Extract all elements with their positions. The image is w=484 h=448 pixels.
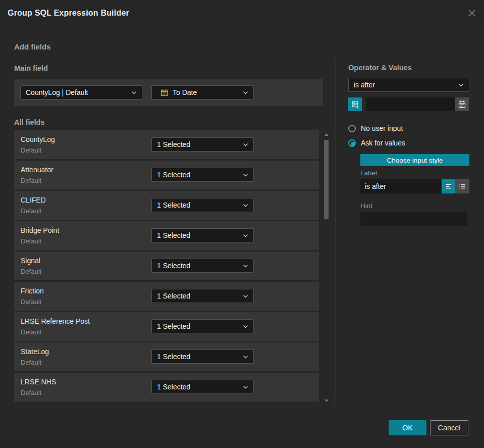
chevron-down-icon	[243, 355, 248, 359]
date-picker-button[interactable]	[455, 97, 469, 111]
scrollbar-thumb[interactable]	[324, 140, 329, 219]
dialog-header: Group SQL Expression Builder	[0, 0, 484, 26]
field-values-select-value: 1 Selected	[157, 353, 240, 361]
scrollbar-down-arrow-icon[interactable]	[325, 400, 329, 402]
field-values-select-value: 1 Selected	[157, 140, 240, 148]
field-subtitle: Default	[21, 359, 41, 366]
field-values-select[interactable]: 1 Selected	[151, 350, 254, 364]
field-name: Signal	[21, 257, 40, 265]
hint-field-label: Hint	[360, 202, 372, 210]
field-row: Signal Default 1 Selected	[14, 252, 319, 280]
chevron-down-icon	[458, 83, 464, 87]
main-field-panel: CountyLog | Default To Date	[14, 79, 323, 106]
field-row: Friction Default 1 Selected	[14, 282, 319, 311]
chevron-down-icon	[243, 294, 248, 298]
operator-select-value: is after	[354, 81, 455, 89]
field-values-select[interactable]: 1 Selected	[151, 259, 254, 273]
field-row: Attenuator Default 1 Selected	[14, 161, 319, 189]
field-values-select-value: 1 Selected	[157, 262, 240, 270]
field-row: StateLog Default 1 Selected	[14, 342, 319, 371]
choose-input-style-button[interactable]: Choose input style	[360, 154, 469, 166]
field-values-select[interactable]: 1 Selected	[151, 137, 254, 152]
field-subtitle: Default	[21, 237, 41, 245]
field-row: CLIFED Default 1 Selected	[14, 191, 319, 220]
field-name: LRSE Reference Post	[21, 317, 90, 325]
list-style-button[interactable]	[455, 179, 469, 193]
date-field-select-value: To Date	[173, 88, 240, 96]
date-field-select[interactable]: To Date	[151, 85, 254, 99]
field-name: StateLog	[21, 347, 49, 356]
list-scrollbar[interactable]	[324, 131, 329, 404]
chevron-down-icon	[243, 173, 248, 177]
group-sql-expression-builder-dialog: Group SQL Expression Builder Add fields …	[0, 0, 484, 448]
chevron-down-icon	[243, 204, 248, 207]
field-row: LRSE NHS Default 1 Selected	[14, 373, 319, 402]
field-subtitle: Default	[21, 177, 41, 184]
field-row: Bridge Point Default 1 Selected	[14, 221, 319, 250]
field-values-select[interactable]: 1 Selected	[151, 198, 254, 212]
field-values-select-value: 1 Selected	[157, 231, 240, 239]
bulleted-list-icon	[458, 182, 466, 190]
field-subtitle: Default	[21, 389, 41, 396]
operator-select[interactable]: is after	[348, 78, 469, 92]
field-name: CLIFED	[21, 196, 46, 204]
field-values-select[interactable]: 1 Selected	[151, 168, 254, 182]
chevron-down-icon	[243, 91, 248, 94]
field-values-select[interactable]: 1 Selected	[151, 319, 254, 333]
field-subtitle: Default	[21, 298, 41, 306]
align-left-icon	[445, 182, 453, 190]
panel-divider	[336, 58, 336, 404]
operator-values-heading: Operator & Values	[348, 64, 412, 72]
field-values-select[interactable]: 1 Selected	[151, 228, 254, 242]
field-values-select-value: 1 Selected	[157, 201, 240, 209]
dialog-title: Group SQL Expression Builder	[8, 9, 129, 18]
label-input[interactable]	[360, 179, 441, 193]
radio-button-icon	[348, 125, 356, 132]
main-field-select-value: CountyLog | Default	[26, 88, 128, 96]
scrollbar-up-arrow-icon[interactable]	[325, 133, 329, 136]
radio-button-icon	[348, 139, 356, 147]
field-name: LRSE NHS	[21, 378, 56, 386]
calendar-icon	[458, 100, 466, 109]
chevron-down-icon	[243, 143, 248, 146]
field-values-select[interactable]: 1 Selected	[151, 289, 254, 303]
close-button[interactable]	[467, 8, 477, 18]
chevron-down-icon	[131, 91, 137, 94]
label-field-label: Label	[360, 169, 377, 177]
field-subtitle: Default	[21, 207, 41, 215]
chevron-down-icon	[243, 264, 248, 268]
chevron-down-icon	[243, 325, 248, 328]
radio-label: No user input	[361, 124, 403, 132]
radio-ask-for-values[interactable]: Ask for values	[348, 139, 405, 147]
field-values-select-value: 1 Selected	[157, 292, 240, 300]
field-row: CountyLog Default 1 Selected	[14, 130, 319, 159]
main-field-select[interactable]: CountyLog | Default	[20, 85, 142, 99]
cancel-button[interactable]: Cancel	[430, 420, 468, 435]
radio-no-user-input[interactable]: No user input	[348, 124, 403, 132]
field-name: Bridge Point	[21, 226, 59, 234]
field-values-select-value: 1 Selected	[157, 171, 240, 179]
chevron-down-icon	[243, 234, 248, 237]
ok-button[interactable]: OK	[389, 420, 426, 435]
hint-input[interactable]	[360, 212, 467, 226]
main-field-heading: Main field	[14, 64, 48, 72]
field-subtitle: Default	[21, 328, 41, 336]
field-values-select-value: 1 Selected	[157, 322, 240, 330]
calendar-icon	[157, 88, 169, 97]
add-fields-heading: Add fields	[14, 42, 51, 51]
value-type-button[interactable]	[348, 97, 362, 111]
radio-label: Ask for values	[361, 139, 405, 147]
field-subtitle: Default	[21, 268, 41, 275]
close-icon	[467, 9, 476, 18]
field-name: CountyLog	[21, 135, 55, 143]
field-values-select[interactable]: 1 Selected	[151, 380, 254, 394]
all-fields-list: CountyLog Default 1 Selected Attenuator …	[14, 130, 319, 403]
field-name: Friction	[21, 287, 44, 295]
field-row: LRSE Reference Post Default 1 Selected	[14, 312, 319, 341]
field-values-select-value: 1 Selected	[157, 383, 240, 391]
single-line-style-button[interactable]	[442, 179, 455, 193]
value-input[interactable]	[366, 97, 455, 111]
value-list-icon	[351, 100, 359, 109]
chevron-down-icon	[243, 385, 248, 389]
all-fields-heading: All fields	[14, 118, 44, 126]
